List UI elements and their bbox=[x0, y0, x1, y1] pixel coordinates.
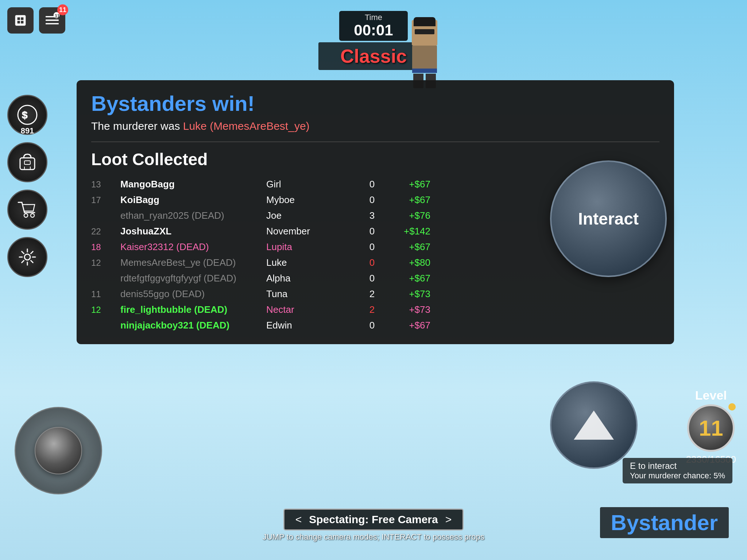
spectate-label: Spectating: Free Camera bbox=[309, 513, 438, 526]
kills: 0 bbox=[357, 179, 387, 190]
level-label: Level bbox=[695, 388, 727, 402]
timer-value: 00:01 bbox=[354, 22, 393, 39]
timer-label: Time bbox=[354, 13, 393, 22]
rank: 12 bbox=[91, 305, 120, 315]
tooltip-line1: E to interact bbox=[630, 461, 725, 471]
left-sidebar: $ 891 bbox=[7, 95, 47, 277]
roblox-logo-wrapper bbox=[7, 7, 34, 34]
level-container: Level 11 2330/16500 bbox=[686, 388, 736, 465]
money: +$67 bbox=[387, 241, 430, 253]
char-head bbox=[412, 20, 437, 46]
top-left-icons: 11 11 bbox=[7, 7, 65, 34]
char-glasses bbox=[415, 29, 434, 34]
spectate-controls: < Spectating: Free Camera > bbox=[283, 509, 464, 530]
svg-text:$: $ bbox=[22, 109, 28, 121]
player-name: Kaiser32312 (DEAD) bbox=[120, 241, 266, 253]
char-name: Alpha bbox=[266, 273, 357, 284]
kills: 0 bbox=[357, 320, 387, 331]
tooltip-line2: Your murderer chance: 5% bbox=[630, 471, 725, 481]
win-title: Bystanders win! bbox=[91, 91, 659, 116]
svg-rect-7 bbox=[46, 23, 59, 24]
divider bbox=[91, 141, 659, 142]
svg-rect-0 bbox=[15, 15, 26, 26]
svg-rect-4 bbox=[21, 21, 23, 23]
rank: 12 bbox=[91, 258, 120, 268]
money: +$67 bbox=[387, 273, 430, 284]
coin-button[interactable]: $ 891 bbox=[7, 95, 47, 135]
svg-point-16 bbox=[24, 214, 28, 217]
kills: 0 bbox=[357, 226, 387, 237]
joystick-container bbox=[15, 407, 102, 494]
level-value: 11 bbox=[699, 416, 723, 441]
svg-point-17 bbox=[31, 214, 34, 217]
menu-icon-wrapper: 11 11 bbox=[39, 7, 65, 34]
char-name: Joe bbox=[266, 210, 357, 221]
up-arrow-icon bbox=[574, 411, 614, 440]
svg-point-18 bbox=[24, 254, 30, 260]
bystander-badge: Bystander bbox=[600, 507, 729, 538]
money: +$73 bbox=[387, 304, 430, 315]
roblox-logo-button[interactable] bbox=[7, 7, 34, 34]
player-name: MemesAreBest_ye (DEAD) bbox=[120, 257, 266, 268]
kills: 0 bbox=[357, 241, 387, 253]
svg-rect-13 bbox=[24, 161, 30, 164]
spectate-bar: < Spectating: Free Camera > JUMP to chan… bbox=[263, 509, 484, 542]
murderer-line: The murderer was Luke (MemesAreBest_ye) bbox=[91, 120, 659, 132]
svg-rect-3 bbox=[18, 21, 20, 23]
spectate-next[interactable]: > bbox=[445, 513, 452, 526]
murderer-name: Luke (MemesAreBest_ye) bbox=[183, 120, 310, 132]
player-name: denis55ggo (DEAD) bbox=[120, 288, 266, 300]
rank: 11 bbox=[91, 289, 120, 299]
settings-button[interactable] bbox=[7, 237, 47, 277]
backpack-button[interactable] bbox=[7, 142, 47, 182]
char-belt bbox=[412, 69, 437, 73]
money: +$67 bbox=[387, 179, 430, 190]
svg-rect-2 bbox=[21, 18, 23, 20]
kills: 2 bbox=[357, 288, 387, 300]
kills: 0 bbox=[357, 273, 387, 284]
player-name: KoiBagg bbox=[120, 194, 266, 206]
player-name: fire_lightbubble (DEAD) bbox=[120, 304, 266, 315]
level-circle: 11 bbox=[687, 404, 735, 452]
cart-button[interactable] bbox=[7, 190, 47, 230]
kills: 2 bbox=[357, 304, 387, 315]
joystick-inner[interactable] bbox=[35, 427, 82, 474]
table-row: 11 denis55ggo (DEAD) Tuna 2 +$73 bbox=[91, 286, 659, 302]
rank: 13 bbox=[91, 179, 120, 190]
money: +$76 bbox=[387, 210, 430, 221]
rank: 22 bbox=[91, 226, 120, 237]
spectate-prev[interactable]: < bbox=[295, 513, 302, 526]
player-name: ninjajackboy321 (DEAD) bbox=[120, 320, 266, 331]
svg-rect-6 bbox=[46, 20, 59, 21]
char-name: Luke bbox=[266, 257, 357, 268]
bystander-badge-bg: Bystander bbox=[600, 507, 729, 538]
joystick-outer[interactable] bbox=[15, 407, 102, 494]
interact-label: Interact bbox=[578, 209, 639, 229]
player-name: MangoBagg bbox=[120, 179, 266, 190]
player-name: JoshuaZXL bbox=[120, 226, 266, 237]
char-hair bbox=[414, 17, 436, 26]
spectate-hint: JUMP to change camera modes; INTERACT to… bbox=[263, 532, 484, 542]
char-name: Girl bbox=[266, 179, 357, 190]
char-name: Tuna bbox=[266, 288, 357, 300]
timer-box: Time 00:01 bbox=[339, 11, 407, 41]
money: +$80 bbox=[387, 257, 430, 268]
player-name: rdtefgtfggvgftgfyygf (DEAD) bbox=[120, 273, 266, 284]
jump-button[interactable] bbox=[550, 381, 638, 469]
char-name: Nectar bbox=[266, 304, 357, 315]
interact-tooltip: E to interact Your murderer chance: 5% bbox=[623, 458, 732, 483]
table-row: 12 fire_lightbubble (DEAD) Nectar 2 +$73 bbox=[91, 302, 659, 318]
char-name: November bbox=[266, 226, 357, 237]
rank: 17 bbox=[91, 195, 120, 205]
svg-rect-1 bbox=[18, 18, 20, 20]
murderer-prefix: The murderer was bbox=[91, 120, 183, 132]
char-name: Edwin bbox=[266, 320, 357, 331]
char-name: Lupita bbox=[266, 241, 357, 253]
char-name: Myboe bbox=[266, 194, 357, 206]
interact-button[interactable]: Interact bbox=[550, 160, 667, 277]
money: +$142 bbox=[387, 226, 430, 237]
loot-title: Loot Collected bbox=[91, 149, 659, 169]
kills: 0 bbox=[357, 257, 387, 268]
coin-amount: 891 bbox=[21, 126, 34, 136]
kills: 3 bbox=[357, 210, 387, 221]
